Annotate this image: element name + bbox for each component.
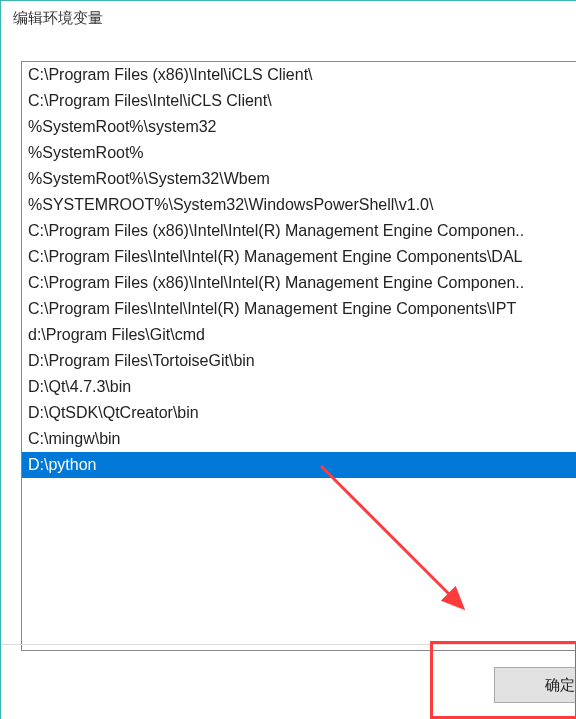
list-item[interactable]: %SystemRoot%\system32 xyxy=(22,114,576,140)
list-item[interactable]: D:\python xyxy=(22,452,576,478)
list-item[interactable]: D:\Program Files\TortoiseGit\bin xyxy=(22,348,576,374)
list-item[interactable]: C:\Program Files\Intel\Intel(R) Manageme… xyxy=(22,296,576,322)
list-item[interactable]: C:\Program Files\Intel\iCLS Client\ xyxy=(22,88,576,114)
list-item[interactable]: %SYSTEMROOT%\System32\WindowsPowerShell\… xyxy=(22,192,576,218)
list-item[interactable]: C:\Program Files (x86)\Intel\iCLS Client… xyxy=(22,62,576,88)
list-item[interactable]: %SystemRoot%\System32\Wbem xyxy=(22,166,576,192)
content-area: C:\Program Files (x86)\Intel\iCLS Client… xyxy=(21,61,576,634)
ok-button[interactable]: 确定 xyxy=(494,667,576,703)
list-item[interactable]: D:\Qt\4.7.3\bin xyxy=(22,374,576,400)
list-item[interactable]: C:\Program Files\Intel\Intel(R) Manageme… xyxy=(22,244,576,270)
list-item[interactable]: C:\mingw\bin xyxy=(22,426,576,452)
list-item[interactable]: D:\QtSDK\QtCreator\bin xyxy=(22,400,576,426)
list-item[interactable]: C:\Program Files (x86)\Intel\Intel(R) Ma… xyxy=(22,270,576,296)
window-title: 编辑环境变量 xyxy=(13,9,103,26)
button-area: 确定 xyxy=(0,644,576,719)
path-listbox[interactable]: C:\Program Files (x86)\Intel\iCLS Client… xyxy=(21,61,576,651)
window-title-bar: 编辑环境变量 xyxy=(1,1,576,37)
list-item[interactable]: C:\Program Files (x86)\Intel\Intel(R) Ma… xyxy=(22,218,576,244)
list-item[interactable]: %SystemRoot% xyxy=(22,140,576,166)
list-item[interactable]: d:\Program Files\Git\cmd xyxy=(22,322,576,348)
